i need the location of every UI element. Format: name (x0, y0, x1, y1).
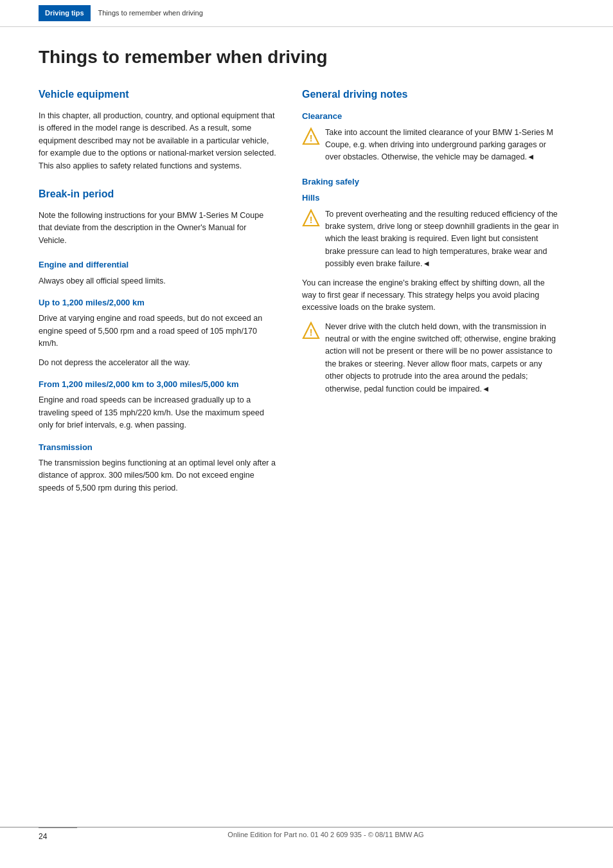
engine-diff-heading: Engine and differential (39, 258, 276, 271)
breadcrumb-bar: Driving tips Things to remember when dri… (0, 0, 613, 27)
warning-triangle-icon-2: ! (302, 209, 320, 227)
page-footer: 24 Online Edition for Part no. 01 40 2 6… (0, 827, 613, 842)
two-column-layout: Vehicle equipment In this chapter, all p… (39, 87, 574, 501)
svg-text:!: ! (310, 215, 313, 225)
vehicle-equipment-body: In this chapter, all production, country… (39, 110, 276, 172)
hills-warning2: ! Never drive with the clutch held down,… (302, 321, 559, 395)
hills-heading: Hills (302, 192, 559, 204)
breadcrumb-driving-tips: Driving tips (39, 5, 91, 21)
hills-warning2-text: Never drive with the clutch held down, w… (325, 321, 559, 395)
left-column: Vehicle equipment In this chapter, all p… (39, 87, 276, 501)
hills-body: You can increase the engine's braking ef… (302, 277, 559, 314)
warning-triangle-icon: ! (302, 127, 320, 145)
breadcrumb-current: Things to remember when driving (98, 8, 203, 19)
braking-safely-heading: Braking safely (302, 176, 559, 188)
right-column: General driving notes Clearance ! Take i… (302, 87, 559, 501)
hills-warning1-text: To prevent overheating and the resulting… (325, 208, 559, 271)
hills-warning1: ! To prevent overheating and the resulti… (302, 208, 559, 271)
footer-page-number: 24 (39, 831, 77, 842)
clearance-warning: ! Take into account the limited clearanc… (302, 127, 559, 164)
svg-text:!: ! (310, 133, 313, 143)
page-title: Things to remember when driving (39, 46, 574, 68)
clearance-heading: Clearance (302, 110, 559, 123)
from-1200-heading: From 1,200 miles/2,000 km to 3,000 miles… (39, 378, 276, 391)
transmission-body: The transmission begins functioning at a… (39, 457, 276, 494)
page-container: Driving tips Things to remember when dri… (0, 0, 613, 868)
warning-triangle-icon-3: ! (302, 321, 320, 339)
break-in-intro: Note the following instructions for your… (39, 210, 276, 247)
engine-diff-body: Always obey all official speed limits. (39, 275, 276, 287)
clearance-warning-text: Take into account the limited clearance … (325, 127, 559, 164)
transmission-heading: Transmission (39, 441, 276, 454)
footer-copyright: Online Edition for Part no. 01 40 2 609 … (77, 829, 574, 840)
from-1200-body: Engine and road speeds can be increased … (39, 394, 276, 431)
up-to-1200-body2: Do not depress the accelerator all the w… (39, 357, 276, 369)
vehicle-equipment-heading: Vehicle equipment (39, 87, 276, 102)
up-to-1200-heading: Up to 1,200 miles/2,000 km (39, 296, 276, 309)
break-in-heading: Break-in period (39, 186, 276, 202)
general-notes-heading: General driving notes (302, 87, 559, 102)
footer-divider (39, 827, 77, 828)
svg-text:!: ! (310, 327, 313, 338)
up-to-1200-body: Drive at varying engine and road speeds,… (39, 312, 276, 350)
page-content: Things to remember when driving Vehicle … (0, 27, 613, 540)
